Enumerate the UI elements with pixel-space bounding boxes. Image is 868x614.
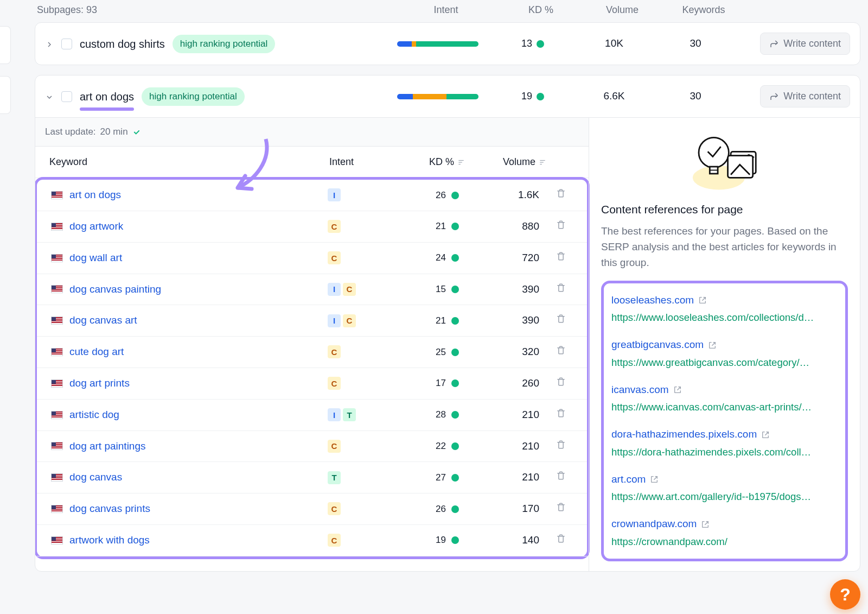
intent-tag: I: [328, 283, 341, 296]
kd-value: 19: [382, 534, 463, 547]
us-flag-icon: [51, 254, 63, 262]
volume-value: 210: [463, 408, 545, 422]
delete-button[interactable]: [545, 533, 577, 548]
intent-tags: I: [328, 188, 382, 201]
intent-tags: IT: [328, 408, 382, 421]
intent-tag: C: [328, 502, 341, 515]
delete-button[interactable]: [545, 502, 577, 516]
intent-tags: IC: [328, 314, 382, 327]
reference-url[interactable]: https://www.icanvas.com/canvas-art-print…: [611, 400, 838, 414]
reference-domain-link[interactable]: art.com: [611, 472, 838, 487]
intent-tags: C: [328, 440, 382, 453]
reference-domain-link[interactable]: crownandpaw.com: [611, 517, 838, 531]
volume-value: 260: [463, 376, 545, 391]
cluster-title[interactable]: art on dogs: [80, 89, 134, 104]
volume-value: 390: [463, 313, 545, 328]
us-flag-icon: [51, 505, 63, 513]
intent-tag: T: [328, 471, 341, 484]
subpages-count: Subpages: 93: [37, 3, 392, 17]
intent-tags: C: [328, 220, 382, 233]
delete-button[interactable]: [545, 219, 577, 234]
keyword-link[interactable]: artwork with dogs: [69, 533, 150, 548]
intent-tag: C: [328, 220, 341, 233]
delete-button[interactable]: [545, 251, 577, 265]
us-flag-icon: [51, 348, 63, 356]
intent-tags: C: [328, 502, 382, 515]
keyword-highlight-box: art on dogsI261.6Kdog artworkC21880dog w…: [35, 177, 590, 559]
us-flag-icon: [51, 223, 63, 231]
delete-button[interactable]: [545, 470, 577, 485]
ranking-badge: high ranking potential: [173, 35, 276, 53]
keyword-link[interactable]: dog canvas art: [69, 313, 137, 328]
help-fab[interactable]: ?: [830, 579, 860, 610]
keyword-row: dog canvas printsC26170: [37, 493, 587, 525]
reference-url[interactable]: https://crownandpaw.com/: [611, 535, 838, 549]
keyword-link[interactable]: artistic dog: [69, 408, 119, 422]
write-content-button[interactable]: Write content: [760, 85, 850, 107]
keyword-row: dog art paintingsC22210: [37, 431, 587, 463]
intent-tag: C: [328, 534, 341, 547]
svg-point-7: [699, 138, 729, 168]
reference-item: dora-hathazimendes.pixels.comhttps://dor…: [611, 421, 838, 465]
chevron-right-icon[interactable]: [45, 40, 54, 48]
keyword-panel: Last update: 20 min Keyword Intent KD % …: [35, 117, 589, 571]
keyword-link[interactable]: art on dogs: [69, 188, 121, 202]
delete-button[interactable]: [545, 376, 577, 391]
volume-value: 390: [463, 282, 545, 297]
col-kd: KD %: [500, 3, 582, 17]
header-keyword[interactable]: Keyword: [49, 155, 329, 169]
intent-tag: C: [343, 314, 356, 327]
reference-url[interactable]: https://www.art.com/gallery/id--b1975/do…: [611, 490, 838, 504]
delete-button[interactable]: [545, 408, 577, 422]
us-flag-icon: [51, 379, 63, 388]
us-flag-icon: [51, 442, 63, 450]
kd-value: 25: [382, 346, 463, 359]
kd-value: 26: [382, 189, 463, 202]
reference-url[interactable]: https://dora-hathazimendes.pixels.com/co…: [611, 445, 838, 459]
kd-value: 27: [382, 471, 463, 484]
keyword-link[interactable]: dog art paintings: [69, 439, 146, 454]
write-content-button[interactable]: Write content: [760, 33, 850, 55]
delete-button[interactable]: [545, 313, 577, 328]
svg-rect-4: [540, 162, 543, 162]
keyword-link[interactable]: dog canvas prints: [69, 502, 150, 516]
keyword-link[interactable]: dog canvas: [69, 470, 122, 485]
keyword-link[interactable]: dog artwork: [69, 219, 123, 234]
intent-bar: [384, 41, 492, 47]
chevron-down-icon[interactable]: [45, 92, 54, 101]
delete-button[interactable]: [545, 345, 577, 359]
keyword-link[interactable]: cute dog art: [69, 345, 124, 359]
select-checkbox[interactable]: [61, 91, 72, 102]
reference-url[interactable]: https://www.looseleashes.com/collections…: [611, 311, 838, 325]
header-intent[interactable]: Intent: [329, 155, 384, 169]
side-stub: [0, 26, 11, 64]
reference-domain-link[interactable]: greatbigcanvas.com: [611, 338, 838, 352]
reference-domain-link[interactable]: icanvas.com: [611, 383, 838, 397]
delete-button[interactable]: [545, 439, 577, 454]
intent-tag: C: [343, 283, 356, 296]
kd-value: 22: [382, 440, 463, 453]
intent-tag: C: [328, 345, 341, 358]
keyword-row: dog canvas paintingIC15390: [37, 274, 587, 306]
reference-item: icanvas.comhttps://www.icanvas.com/canva…: [611, 376, 838, 421]
cluster-title[interactable]: custom dog shirts: [80, 36, 165, 52]
intent-tag: T: [343, 408, 356, 421]
header-volume[interactable]: Volume: [465, 155, 546, 169]
references-title: Content references for page: [601, 201, 848, 217]
delete-button[interactable]: [545, 188, 577, 202]
volume-value: 210: [463, 470, 545, 485]
references-highlight-box: looseleashes.comhttps://www.looseleashes…: [601, 281, 848, 561]
keyword-link[interactable]: dog art prints: [69, 376, 130, 391]
delete-button[interactable]: [545, 282, 577, 297]
cluster-row-expanded: art on dogs high ranking potential 19 6.…: [35, 75, 860, 572]
col-keywords: Keywords: [663, 3, 744, 17]
header-kd[interactable]: KD %: [384, 155, 465, 169]
keyword-link[interactable]: dog wall art: [69, 251, 122, 265]
reference-domain-link[interactable]: dora-hathazimendes.pixels.com: [611, 427, 838, 442]
keyword-link[interactable]: dog canvas painting: [69, 282, 161, 297]
reference-url[interactable]: https://www.greatbigcanvas.com/category/…: [611, 356, 838, 370]
intent-tags: C: [328, 345, 382, 358]
svg-rect-0: [458, 160, 463, 160]
reference-domain-link[interactable]: looseleashes.com: [611, 293, 838, 308]
select-checkbox[interactable]: [61, 39, 72, 49]
